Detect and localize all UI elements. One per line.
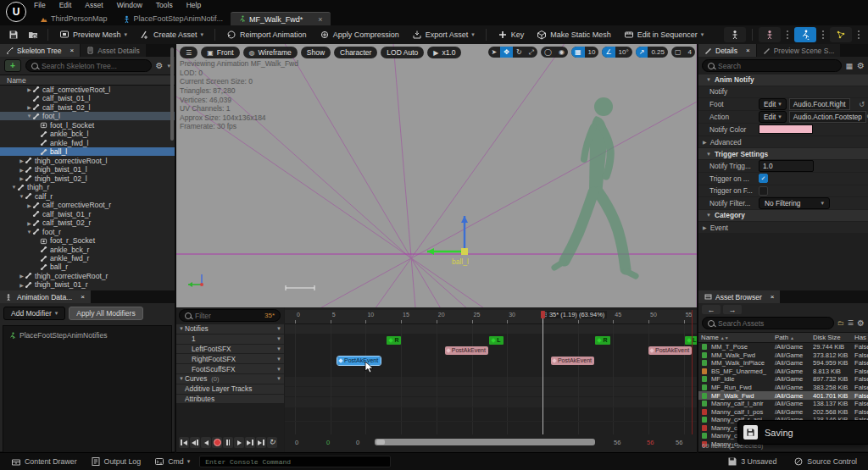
checkbox[interactable]: ✓ [759,174,768,183]
asset-row-MF_Idle[interactable]: MF_Idle/All/Game897.732 KiBFalse [698,375,868,384]
tree-item-calf_twist_02_l[interactable]: ▶calf_twist_02_l [0,103,175,112]
right-splitter[interactable] [697,44,698,453]
save-button[interactable] [5,28,22,41]
tree-item-thigh_twist_01_l[interactable]: ▶thigh_twist_01_l [0,165,175,174]
tree-item-foot_l[interactable]: ▼foot_l [0,112,175,120]
track-filter-input[interactable]: Filter35* [179,309,281,322]
details-section-category[interactable]: ▼Category [698,210,868,221]
tag-value[interactable]: Audio.Foot.Right [789,98,850,110]
close-icon[interactable]: × [81,293,85,301]
menu-item-asset[interactable]: Asset [85,1,103,9]
doc-tab-2[interactable]: PlaceFootStepAnimNotif... [115,12,231,25]
tree-item-foot_l_Socket[interactable]: foot_l_Socket [0,121,175,130]
tree-expand-arrow[interactable]: ▼ [19,194,25,199]
create-asset-button[interactable]: Create Asset▾ [135,28,209,41]
tree-item-calf_twist_01_r[interactable]: calf_twist_01_r [0,210,175,218]
track-menu-icon[interactable]: ▼ [276,357,281,362]
tree-scrollbar[interactable] [170,47,174,141]
mesh-mode-options-icon[interactable] [783,28,792,41]
tree-expand-arrow[interactable]: ▶ [26,220,32,226]
content-drawer-button[interactable]: Content Drawer [7,455,81,468]
track-notifies[interactable]: ▼Notifies▼ [176,324,284,334]
edit-tag-button[interactable]: Edit▾ [759,98,787,110]
menu-item-file[interactable]: File [34,1,46,9]
tag-value[interactable]: Audio.Action.Footstep [789,111,866,123]
edit-in-sequencer-button[interactable]: Edit in Sequencer▾ [619,28,709,41]
range-value[interactable]: 56 [614,439,620,446]
close-icon[interactable]: × [70,47,74,54]
tree-item-ankle_fwd_r[interactable]: ankle_fwd_r [0,254,175,263]
timeline-ruler[interactable]: 0510152025303540455055 [285,310,698,324]
playhead-handle[interactable] [541,311,545,318]
track-curves[interactable]: ▼Curves(0)▼ [176,374,284,384]
to-start-button[interactable] [179,437,189,448]
viewport-show-button[interactable]: Show [301,47,331,58]
tree-expand-arrow[interactable]: ▶ [26,86,32,92]
surface-snap-icon[interactable]: ◉ [555,47,568,58]
menu-item-help[interactable]: Help [186,1,201,9]
left-foot-event-2[interactable]: PostAkEvent [648,346,692,355]
make-static-mesh-button[interactable]: Make Static Mesh [531,28,616,41]
menu-item-edit[interactable]: Edit [59,1,72,9]
details-search-input[interactable]: Search [702,59,842,72]
track-menu-icon[interactable]: ▼ [276,336,281,341]
export-asset-button[interactable]: Export Asset▾ [407,28,480,41]
tree-item-calf_correctiveRoot_l[interactable]: ▶calf_correctiveRoot_l [0,86,175,94]
move-tool-icon[interactable]: ✥ [500,47,513,58]
unsaved-changes-button[interactable]: 3 Unsaved [723,455,781,468]
play-button[interactable] [234,437,244,448]
add-modifier-button[interactable]: Add Modifier▾ [3,307,65,320]
skeleton-mode-button[interactable] [724,27,746,42]
asset-search-input[interactable]: Search Assets [702,317,834,329]
tree-column-header[interactable]: Name [0,75,175,86]
sync-marker-r[interactable]: R [595,336,609,345]
animation-mode-options-icon[interactable] [819,28,827,41]
asset-row-BS_MF_Unarmed_[interactable]: BS_MF_Unarmed_/All/Game8.813 KiBFalse [698,368,868,376]
track-attributes[interactable]: Attributes [176,395,284,404]
camera-speed-icon[interactable]: ▢ [671,47,685,58]
sync-marker-l[interactable]: L [489,336,503,345]
row-expand-arrow[interactable]: ▶ [703,139,707,145]
viewport-lod-button[interactable]: LOD Auto [381,47,424,58]
record-button[interactable] [212,437,222,448]
close-icon[interactable]: × [771,293,775,301]
track-rightfootsfx[interactable]: RightFootSFX▼ [176,354,284,363]
tree-item-ankle_bck_r[interactable]: ankle_bck_r [0,246,175,254]
modifier-item[interactable]: PlaceFootStepAnimNotifies [3,329,171,341]
back-button[interactable]: ← [702,305,721,314]
tree-item-thigh_correctiveRoot_l[interactable]: ▶thigh_correctiveRoot_l [0,157,175,165]
animation-mode-button[interactable] [794,27,816,42]
asset-row-MM_Walk_Fwd[interactable]: MM_Walk_Fwd/All/Game373.812 KiBFalse [698,351,868,360]
scale-snap-value[interactable]: 0.25 [648,47,668,58]
play-back-button[interactable] [201,437,211,448]
pause-button[interactable] [223,437,233,448]
details-section-anim-notify[interactable]: ▼Anim Notify [698,75,868,86]
filter-icon[interactable]: ☰ [848,319,854,327]
tree-item-calf_twist_01_l[interactable]: calf_twist_01_l [0,94,175,102]
browse-to-asset-button[interactable] [25,28,42,41]
range-value[interactable]: 0 [295,439,298,446]
rotate-tool-icon[interactable]: ↻ [513,47,526,58]
preview-mesh-button[interactable]: Preview Mesh▾ [54,28,132,41]
notify-color-swatch[interactable] [759,124,813,134]
sync-marker-r[interactable]: R [387,336,401,345]
world-local-icon[interactable]: ◯ [541,47,555,58]
tree-expand-arrow[interactable]: ▼ [26,229,32,235]
track-menu-icon[interactable]: ▼ [276,367,281,372]
tree-item-calf_twist_02_r[interactable]: ▶calf_twist_02_r [0,218,175,227]
menu-item-tools[interactable]: Tools [156,1,173,9]
timeline-scrollbar[interactable] [375,439,595,445]
step-back-button[interactable] [190,437,200,448]
tree-item-ankle_bck_l[interactable]: ankle_bck_l [0,130,175,138]
viewport-character-button[interactable]: Character [334,47,377,58]
doc-tab-3[interactable]: MF_Walk_Fwd*× [231,12,330,25]
tree-expand-arrow[interactable]: ▶ [19,158,25,163]
tree-item-calf_correctiveRoot_r[interactable]: ▶calf_correctiveRoot_r [0,201,175,209]
asset-row-MM_T_Pose[interactable]: MM_T_Pose/All/Game29.744 KiBFalse [698,343,868,351]
scale-tool-icon[interactable]: ⤢ [526,47,537,58]
range-value[interactable]: 0 [356,439,359,446]
track-menu-icon[interactable]: ▼ [276,376,281,381]
rotation-snap-value[interactable]: 10° [615,47,632,58]
tab-animation-data[interactable]: Animation Data...× [0,290,91,303]
tree-expand-arrow[interactable]: ▶ [19,167,25,173]
